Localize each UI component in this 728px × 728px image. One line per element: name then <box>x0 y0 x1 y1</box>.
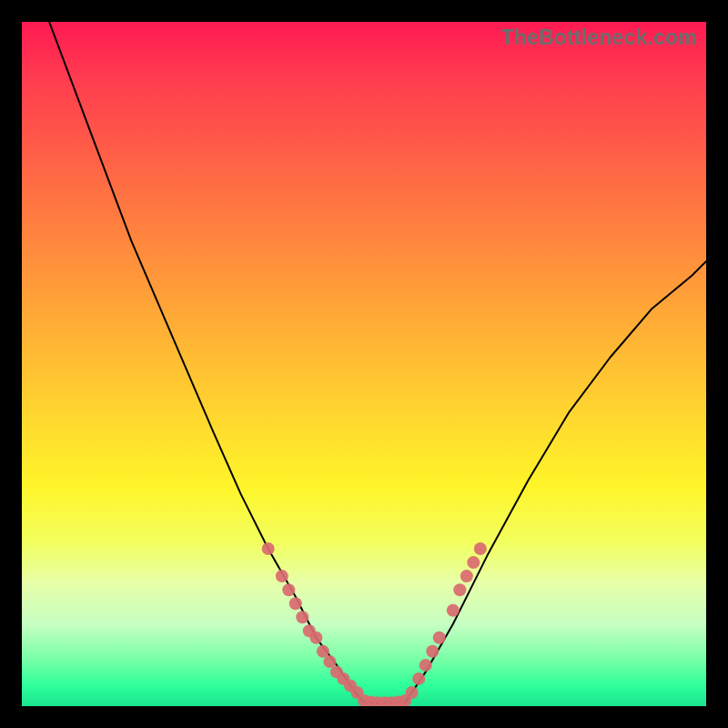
data-point <box>433 632 446 644</box>
watermark-label: TheBottleneck.com <box>500 25 697 50</box>
data-point <box>282 583 295 596</box>
curve-left-curve <box>49 22 364 703</box>
data-point <box>420 659 432 672</box>
data-point <box>262 542 275 555</box>
data-point <box>406 686 419 699</box>
data-point <box>474 542 487 555</box>
curve-right-curve <box>405 261 706 703</box>
data-point <box>467 556 480 569</box>
data-point <box>276 570 288 582</box>
bottleneck-chart <box>22 22 706 706</box>
data-point <box>296 611 308 623</box>
data-point <box>309 632 322 644</box>
data-point <box>453 583 466 596</box>
data-point <box>460 570 473 582</box>
data-point <box>447 604 460 617</box>
data-point <box>412 672 425 685</box>
data-point <box>289 597 302 610</box>
data-point <box>426 645 439 658</box>
chart-frame: TheBottleneck.com <box>22 22 706 706</box>
